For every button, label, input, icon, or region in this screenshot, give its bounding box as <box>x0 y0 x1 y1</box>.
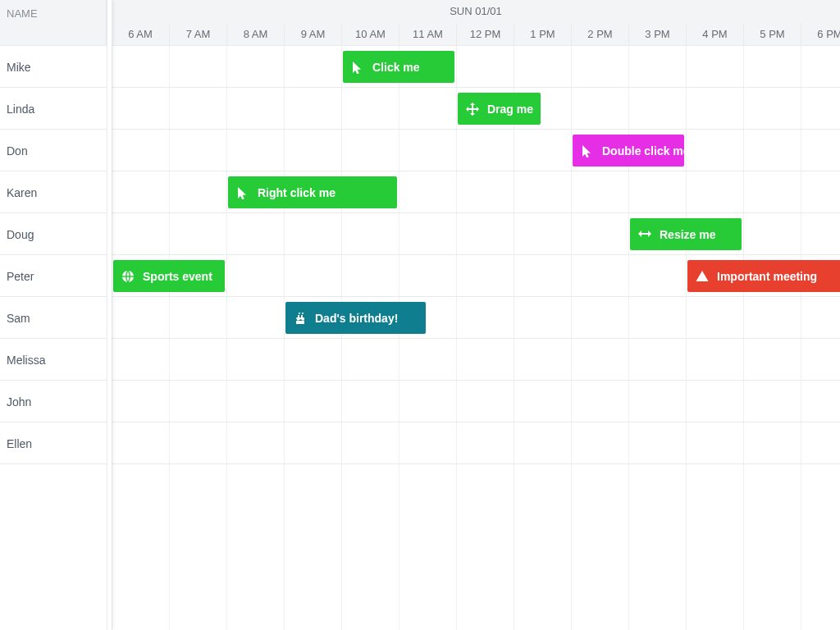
resource-name: Doug <box>0 213 107 255</box>
event-label: Important meeting <box>717 270 817 283</box>
event[interactable]: Double click me <box>573 135 684 167</box>
time-header-cell: 6 AM <box>112 23 169 46</box>
time-header-cell: 12 PM <box>456 23 514 46</box>
resource-name: Linda <box>0 88 107 130</box>
event[interactable]: Right click me <box>228 176 397 208</box>
cake-icon <box>294 312 307 325</box>
name-column-header: NAME <box>0 0 107 46</box>
resource-name: Sam <box>0 297 107 339</box>
event[interactable]: Drag me <box>458 93 541 125</box>
event-label: Resize me <box>660 228 715 241</box>
ball-icon <box>121 270 135 283</box>
resource-row[interactable]: Karen <box>0 171 840 213</box>
date-header: SUN 01/01 <box>112 0 840 23</box>
time-header-cell: 1 PM <box>514 23 571 46</box>
event-label: Right click me <box>258 186 336 199</box>
time-header-cell: 8 AM <box>226 23 284 46</box>
resource-name: Karen <box>0 171 107 213</box>
event-label: Drag me <box>487 103 533 116</box>
time-header-cell: 10 AM <box>341 23 399 46</box>
resource-row[interactable]: Linda <box>0 88 840 130</box>
event[interactable]: Sports event <box>113 260 225 292</box>
column-header: NAME SUN 01/01 6 AM7 AM8 AM9 AM10 AM11 A… <box>0 0 840 46</box>
event-label: Dad's birthday! <box>315 312 398 325</box>
cursor-icon <box>581 144 594 158</box>
resource-row[interactable]: Ellen <box>0 422 840 464</box>
resource-name: Ellen <box>0 422 107 464</box>
resource-name: John <box>0 381 107 422</box>
resize-h-icon <box>638 228 651 241</box>
scheduler-body[interactable]: MikeLindaDonKarenDougPeterSamMelissaJohn… <box>0 46 840 630</box>
time-header-cell: 4 PM <box>686 23 743 46</box>
column-splitter[interactable] <box>107 0 112 630</box>
resource-name: Peter <box>0 255 107 297</box>
resource-name: Mike <box>0 46 107 88</box>
time-axis: 6 AM7 AM8 AM9 AM10 AM11 AM12 PM1 PM2 PM3… <box>112 23 840 46</box>
cursor-icon <box>351 61 364 74</box>
time-header-cell: 11 AM <box>399 23 456 46</box>
event[interactable]: Important meeting <box>687 260 840 292</box>
event-label: Sports event <box>143 270 212 283</box>
time-header-cell: 7 AM <box>169 23 226 46</box>
warning-icon <box>696 270 709 283</box>
event[interactable]: Dad's birthday! <box>285 302 426 334</box>
resource-row[interactable]: John <box>0 381 840 422</box>
time-header-cell: 2 PM <box>571 23 628 46</box>
event-label: Click me <box>372 61 420 74</box>
resource-row[interactable]: Don <box>0 130 840 171</box>
time-header-cell: 3 PM <box>628 23 686 46</box>
resource-name: Melissa <box>0 339 107 381</box>
time-header-cell: 6 PM <box>801 23 840 46</box>
time-header-cell: 5 PM <box>743 23 801 46</box>
time-header-cell: 9 AM <box>284 23 341 46</box>
move-icon <box>466 103 479 116</box>
scheduler: NAME SUN 01/01 6 AM7 AM8 AM9 AM10 AM11 A… <box>0 0 840 630</box>
resource-row[interactable]: Melissa <box>0 339 840 381</box>
event-label: Double click me <box>602 144 690 158</box>
resource-name: Don <box>0 130 107 171</box>
event[interactable]: Resize me <box>630 218 742 250</box>
event[interactable]: Click me <box>343 51 454 83</box>
cursor-icon <box>236 186 249 199</box>
